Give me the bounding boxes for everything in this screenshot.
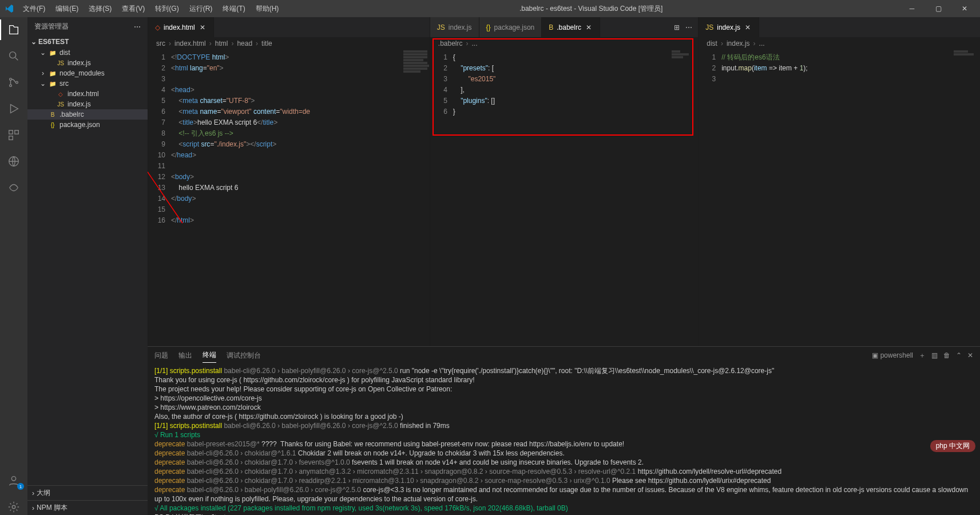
panel-tab[interactable]: 调试控制台 xyxy=(227,348,261,363)
kill-terminal-icon[interactable]: 🗑 xyxy=(943,351,950,359)
accounts-icon[interactable]: 1 xyxy=(6,473,22,489)
maximize-button[interactable]: ▢ xyxy=(925,0,951,17)
close-panel-icon[interactable]: ✕ xyxy=(967,351,973,359)
breadcrumb-item[interactable]: html xyxy=(215,39,228,47)
editor-tab[interactable]: JSindex.js xyxy=(430,17,479,37)
panel-tab[interactable]: 终端 xyxy=(203,348,216,363)
minimize-button[interactable]: ─ xyxy=(899,0,925,17)
tab-action-icon[interactable]: ⊞ xyxy=(674,23,680,31)
breadcrumb-item[interactable]: .babelrc xyxy=(438,39,463,47)
tree-item[interactable]: JSindex.js xyxy=(27,58,148,68)
explorer-title: 资源管理器 xyxy=(34,22,69,31)
extensions-icon[interactable] xyxy=(6,127,22,143)
tree-item[interactable]: ⌄📁src xyxy=(27,78,148,89)
menu-item[interactable]: 选择(S) xyxy=(84,2,116,16)
tree-item[interactable]: {}package.json xyxy=(27,120,148,130)
svg-point-3 xyxy=(16,81,18,84)
gear-icon[interactable] xyxy=(6,499,22,515)
search-icon[interactable] xyxy=(6,48,22,64)
menu-item[interactable]: 文件(F) xyxy=(18,2,50,16)
tree-item[interactable]: JSindex.js xyxy=(27,99,148,109)
npm-scripts-section[interactable]: ›NPM 脚本 xyxy=(27,500,148,515)
close-button[interactable]: ✕ xyxy=(951,0,978,17)
tab-action-icon[interactable]: ⋯ xyxy=(685,23,692,31)
breadcrumb-item[interactable]: head xyxy=(237,39,252,47)
breadcrumb-item[interactable]: src xyxy=(156,39,165,47)
vscode-icon xyxy=(2,2,16,15)
panel-tab[interactable]: 输出 xyxy=(178,348,192,363)
close-icon[interactable]: ✕ xyxy=(744,23,752,31)
maximize-panel-icon[interactable]: ⌃ xyxy=(956,351,962,359)
menu-item[interactable]: 查看(V) xyxy=(117,2,149,16)
menu-item[interactable]: 转到(G) xyxy=(150,2,183,16)
explorer-more-icon[interactable]: ⋯ xyxy=(134,23,141,31)
badge: 1 xyxy=(17,483,24,490)
breadcrumb-item[interactable]: title xyxy=(261,39,272,47)
editor-tab[interactable]: JSindex.js✕ xyxy=(699,17,759,37)
svg-rect-6 xyxy=(9,136,13,140)
menu-item[interactable]: 运行(R) xyxy=(185,2,217,16)
close-icon[interactable]: ✕ xyxy=(585,23,593,31)
project-root[interactable]: ⌄ES6TEST xyxy=(27,36,148,47)
panel-tab[interactable]: 问题 xyxy=(154,348,168,363)
tree-item[interactable]: B.babelrc xyxy=(27,109,148,120)
svg-point-2 xyxy=(10,85,12,87)
remote-icon[interactable] xyxy=(6,153,22,169)
menu-item[interactable]: 终端(T) xyxy=(218,2,249,16)
tree-item[interactable]: ›📁node_modules xyxy=(27,68,148,78)
tree-item[interactable]: ◇index.html xyxy=(27,89,148,99)
run-debug-icon[interactable] xyxy=(6,101,22,117)
tree-item[interactable]: ⌄📁dist xyxy=(27,47,148,58)
breadcrumb-item[interactable]: ... xyxy=(759,39,765,47)
breadcrumb-item[interactable]: index.js xyxy=(727,39,750,47)
outline-section[interactable]: ›大纲 xyxy=(27,485,148,500)
svg-point-1 xyxy=(10,78,12,81)
terminal-output[interactable]: [1/1] scripts.postinstall babel-cli@6.26… xyxy=(148,364,980,515)
explorer-icon[interactable] xyxy=(6,22,22,38)
window-title: .babelrc - es6test - Visual Studio Code … xyxy=(283,4,899,14)
new-terminal-button[interactable]: ＋ xyxy=(919,351,926,360)
editor-tab[interactable]: ◇index.html✕ xyxy=(148,17,214,37)
menu-item[interactable]: 编辑(E) xyxy=(51,2,83,16)
breadcrumb-item[interactable]: index.html xyxy=(174,39,206,47)
source-control-icon[interactable] xyxy=(6,74,22,90)
breadcrumb-item[interactable]: dist xyxy=(707,39,717,47)
watermark: php 中文网 xyxy=(930,440,975,452)
editor-tab[interactable]: {}package.json xyxy=(479,17,542,37)
svg-point-9 xyxy=(12,505,15,509)
svg-point-8 xyxy=(11,477,15,481)
close-icon[interactable]: ✕ xyxy=(199,23,207,31)
terminal-shell-label[interactable]: ▣ powershell xyxy=(872,351,913,359)
share-icon[interactable] xyxy=(6,180,22,196)
svg-rect-5 xyxy=(15,130,18,134)
svg-rect-4 xyxy=(9,130,13,134)
menu-item[interactable]: 帮助(H) xyxy=(251,2,284,16)
svg-point-0 xyxy=(10,52,16,58)
breadcrumb-item[interactable]: ... xyxy=(472,39,478,47)
editor-tab[interactable]: B.babelrc✕ xyxy=(542,17,600,37)
split-terminal-icon[interactable]: ▥ xyxy=(931,351,938,359)
